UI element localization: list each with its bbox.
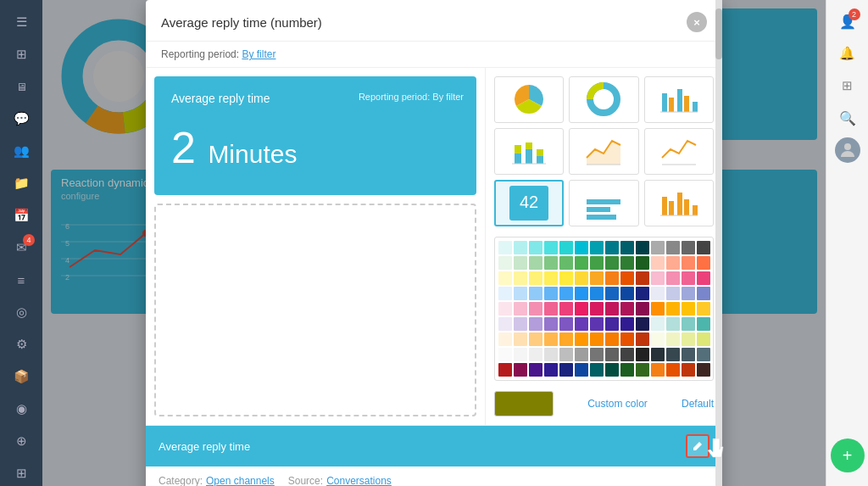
color-cell[interactable] — [498, 363, 512, 377]
color-cell[interactable] — [514, 302, 527, 316]
color-cell[interactable] — [559, 302, 573, 316]
color-cell[interactable] — [529, 256, 542, 270]
color-cell[interactable] — [682, 287, 695, 300]
chart-type-number-blue[interactable]: 42 — [494, 180, 564, 226]
color-cell[interactable] — [559, 348, 573, 361]
color-cell[interactable] — [575, 348, 588, 361]
chart-type-line[interactable] — [644, 128, 714, 175]
color-cell[interactable] — [636, 256, 649, 270]
color-cell[interactable] — [544, 287, 558, 300]
sidebar-item-list[interactable]: ≡ — [6, 265, 36, 295]
color-cell[interactable] — [620, 348, 634, 361]
color-cell[interactable] — [682, 241, 695, 254]
color-cell[interactable] — [590, 287, 604, 300]
color-cell[interactable] — [575, 271, 588, 285]
color-cell[interactable] — [605, 302, 619, 316]
color-cell[interactable] — [590, 317, 604, 331]
color-cell[interactable] — [620, 317, 634, 331]
color-cell[interactable] — [590, 302, 604, 316]
color-cell[interactable] — [620, 241, 634, 254]
color-cell[interactable] — [590, 332, 604, 346]
user-avatar[interactable] — [835, 137, 860, 163]
color-cell[interactable] — [651, 348, 665, 361]
color-cell[interactable] — [514, 271, 527, 285]
color-cell[interactable] — [498, 241, 512, 254]
color-cell[interactable] — [605, 348, 619, 361]
reporting-period-link[interactable]: By filter — [242, 48, 275, 60]
color-cell[interactable] — [544, 348, 558, 361]
color-cell[interactable] — [682, 256, 695, 270]
category-value[interactable]: Open channels — [206, 475, 275, 486]
close-button[interactable]: × — [687, 12, 707, 32]
color-cell[interactable] — [575, 256, 588, 270]
color-cell[interactable] — [620, 302, 634, 316]
chart-type-pie[interactable] — [494, 76, 564, 123]
color-cell[interactable] — [498, 287, 512, 300]
color-cell[interactable] — [605, 317, 619, 331]
sidebar-item-calendar[interactable]: 📅 — [6, 200, 36, 231]
custom-color-label[interactable]: Custom color — [560, 398, 675, 410]
chart-type-bar-grouped[interactable] — [644, 76, 714, 123]
scrollbar-track[interactable] — [715, 0, 722, 486]
color-cell[interactable] — [605, 271, 619, 285]
color-cell[interactable] — [529, 317, 542, 331]
color-cell[interactable] — [559, 256, 573, 270]
sidebar-item-box[interactable]: 📦 — [6, 361, 36, 392]
color-cell[interactable] — [529, 287, 542, 300]
color-cell[interactable] — [605, 287, 619, 300]
sidebar-item-recycle[interactable]: ⚙ — [6, 329, 36, 360]
color-cell[interactable] — [529, 363, 542, 377]
color-cell[interactable] — [514, 363, 527, 377]
color-cell[interactable] — [498, 317, 512, 331]
sidebar-item-mail[interactable]: ✉ 4 — [6, 232, 36, 263]
color-cell[interactable] — [514, 332, 527, 346]
color-cell[interactable] — [514, 241, 527, 254]
color-cell[interactable] — [697, 256, 710, 270]
color-cell[interactable] — [575, 363, 588, 377]
color-cell[interactable] — [590, 241, 604, 254]
color-cell[interactable] — [529, 348, 542, 361]
sidebar-item-circle[interactable]: ◎ — [6, 297, 36, 327]
profile-icon[interactable]: 👤 2 — [833, 7, 862, 36]
color-cell[interactable] — [697, 332, 710, 346]
color-cell[interactable] — [666, 332, 680, 346]
color-cell[interactable] — [666, 348, 680, 361]
color-cell[interactable] — [651, 317, 665, 331]
color-cell[interactable] — [636, 332, 649, 346]
color-cell[interactable] — [544, 302, 558, 316]
sidebar-item-users[interactable]: 👥 — [6, 136, 36, 166]
color-cell[interactable] — [590, 271, 604, 285]
color-cell[interactable] — [697, 287, 710, 300]
color-cell[interactable] — [514, 256, 527, 270]
color-cell[interactable] — [697, 363, 710, 377]
color-cell[interactable] — [636, 271, 649, 285]
color-cell[interactable] — [559, 317, 573, 331]
color-cell[interactable] — [697, 317, 710, 331]
color-cell[interactable] — [498, 256, 512, 270]
color-cell[interactable] — [697, 302, 710, 316]
color-cell[interactable] — [575, 317, 588, 331]
default-color-label[interactable]: Default — [682, 398, 714, 410]
apps-icon[interactable]: ⊞ — [833, 71, 862, 100]
color-cell[interactable] — [529, 332, 542, 346]
color-cell[interactable] — [605, 241, 619, 254]
color-cell[interactable] — [529, 241, 542, 254]
sidebar-item-monitor[interactable]: 🖥 — [6, 71, 36, 102]
color-cell[interactable] — [544, 271, 558, 285]
color-cell[interactable] — [666, 287, 680, 300]
color-cell[interactable] — [498, 302, 512, 316]
color-cell[interactable] — [666, 317, 680, 331]
color-cell[interactable] — [575, 302, 588, 316]
color-cell[interactable] — [620, 287, 634, 300]
color-cell[interactable] — [636, 317, 649, 331]
color-cell[interactable] — [636, 241, 649, 254]
color-cell[interactable] — [666, 271, 680, 285]
color-cell[interactable] — [559, 332, 573, 346]
color-cell[interactable] — [620, 332, 634, 346]
color-cell[interactable] — [529, 302, 542, 316]
color-cell[interactable] — [651, 241, 665, 254]
sidebar-item-plus[interactable]: ⊕ — [6, 426, 36, 456]
chart-type-bar2[interactable] — [569, 180, 638, 226]
chart-type-bar-orange[interactable] — [644, 180, 714, 226]
color-cell[interactable] — [636, 348, 649, 361]
